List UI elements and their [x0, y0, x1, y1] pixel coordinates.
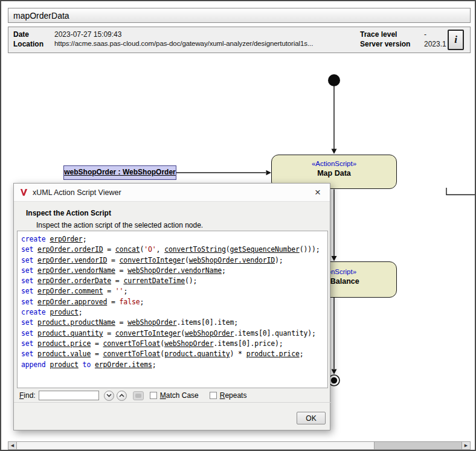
code-token: =	[103, 329, 115, 337]
code-token: set	[21, 318, 37, 327]
code-identifier-link[interactable]: erpOrder.items	[95, 360, 152, 369]
code-identifier-link[interactable]: erpOrder	[50, 235, 82, 243]
code-token: 'O'	[144, 245, 156, 254]
code-identifier-link[interactable]: product.productName	[37, 318, 115, 327]
date-label: Date	[13, 30, 29, 39]
find-next-button[interactable]	[104, 391, 114, 401]
code-identifier-link[interactable]: convertToString	[164, 245, 226, 254]
code-token: create	[21, 235, 50, 243]
dialog-heading: Inspect the Action Script	[26, 209, 111, 217]
horizontal-scrollbar[interactable]: ◀ ▶	[8, 441, 471, 450]
code-token: (	[185, 256, 189, 264]
code-identifier-link[interactable]: convertToInteger	[115, 329, 181, 337]
code-token: ;	[83, 235, 87, 243]
scrollbar-track[interactable]	[375, 441, 462, 450]
code-line: create product;	[21, 307, 324, 318]
code-identifier-link[interactable]: erpOrder.comment	[37, 287, 103, 295]
code-identifier-link[interactable]: webShopOrder	[127, 318, 176, 327]
dialog-title: xUML Action Script Viewer	[33, 188, 121, 197]
code-identifier-link[interactable]: convertToFloat	[103, 350, 161, 358]
object-node-label[interactable]: webShopOrder : WebShopOrder	[63, 165, 176, 180]
code-identifier-link[interactable]: webShopOrder.vendorID	[189, 256, 275, 264]
find-label: Find:	[19, 391, 36, 400]
info-button[interactable]: i	[448, 30, 464, 50]
scroll-right-button[interactable]: ▶	[462, 441, 471, 450]
match-case-checkbox[interactable]	[150, 392, 157, 399]
arrowhead-icon	[332, 149, 337, 155]
code-line: set product.value = convertToFloat(produ…	[21, 349, 324, 359]
highlight-matches-button[interactable]	[133, 391, 144, 400]
code-identifier-link[interactable]: convertToInteger	[120, 256, 185, 264]
code-identifier-link[interactable]: erpOrder.approved	[37, 298, 107, 306]
scrollbar-thumb[interactable]	[17, 441, 375, 450]
code-identifier-link[interactable]: webShopOrder.vendorName	[127, 266, 222, 275]
code-token: =	[91, 339, 103, 348]
server-version-label: Server version	[360, 40, 410, 48]
code-token: ;	[123, 287, 127, 295]
code-identifier-link[interactable]: erpOrder.vendorName	[37, 266, 115, 275]
code-identifier-link[interactable]: product	[50, 308, 78, 316]
code-token: .items[0].quantity);	[234, 329, 315, 337]
find-input[interactable]	[39, 391, 99, 400]
repeats-label: Repeats	[220, 391, 247, 400]
code-token: set	[21, 350, 37, 358]
code-identifier-link[interactable]: concat	[115, 245, 140, 254]
code-token: .items[0].item;	[176, 318, 238, 327]
trace-level-value: -	[424, 30, 426, 39]
chevron-down-icon	[106, 394, 112, 397]
trace-level-label: Trace level	[360, 30, 397, 39]
code-token: ;	[222, 266, 226, 275]
code-identifier-link[interactable]: erpOrder.orderID	[37, 245, 103, 254]
code-token: set	[21, 277, 37, 285]
scroll-left-button[interactable]: ◀	[8, 441, 17, 450]
code-token: .items[0].price);	[213, 339, 283, 348]
find-previous-button[interactable]	[117, 391, 127, 401]
code-token: ;	[79, 308, 83, 316]
code-identifier-link[interactable]: convertToFloat	[103, 339, 161, 348]
code-token: set	[21, 298, 37, 306]
code-identifier-link[interactable]: erpOrder.orderDate	[37, 277, 111, 285]
code-token: ()));	[300, 245, 320, 254]
code-identifier-link[interactable]: product.value	[37, 350, 91, 358]
code-identifier-link[interactable]: webShopOrder	[185, 329, 234, 337]
stereotype-label: «ActionScript»	[272, 160, 396, 167]
initial-node[interactable]	[328, 74, 340, 86]
code-token: append	[21, 360, 50, 369]
code-line: set product.quantity = convertToInteger(…	[21, 328, 324, 339]
code-identifier-link[interactable]: webShopOrder	[164, 339, 213, 348]
action-script-code[interactable]: create erpOrder;set erpOrder.orderID = c…	[17, 231, 328, 388]
code-token: ;	[152, 360, 156, 369]
code-token: ;	[300, 350, 304, 358]
code-token: ) *	[230, 350, 246, 358]
code-token: ,	[156, 245, 165, 254]
code-identifier-link[interactable]: erpOrder.vendorID	[37, 256, 107, 264]
code-token: =	[115, 318, 127, 327]
code-line: set erpOrder.orderDate = currentDateTime…	[21, 276, 324, 286]
code-token: =	[107, 298, 119, 306]
chevron-up-icon	[119, 394, 124, 397]
close-icon[interactable]: ×	[311, 187, 324, 199]
match-case-option[interactable]: Match Case	[150, 391, 199, 400]
code-token: create	[21, 308, 50, 316]
ok-button[interactable]: OK	[297, 412, 326, 424]
server-version-value: 2023.1	[424, 40, 446, 48]
code-identifier-link[interactable]: product	[50, 360, 78, 369]
code-line: append product to erpOrder.items;	[21, 360, 324, 370]
code-token: set	[21, 287, 37, 295]
code-identifier-link[interactable]: product.quantity	[164, 350, 230, 358]
arrowhead-icon	[332, 369, 337, 375]
code-identifier-link[interactable]: product.price	[37, 339, 91, 348]
code-identifier-link[interactable]: getSequenceNumber	[230, 245, 300, 254]
code-identifier-link[interactable]: product.quantity	[37, 329, 103, 337]
repeats-option[interactable]: Repeats	[210, 391, 247, 400]
code-identifier-link[interactable]: product.price	[246, 350, 300, 358]
code-token: set	[21, 266, 37, 275]
code-token: ''	[115, 287, 124, 295]
window-title: mapOrderData	[13, 11, 69, 21]
action-script-viewer-dialog: xUML Action Script Viewer × Inspect the …	[13, 183, 330, 430]
date-value: 2023-07-27 15:09:43	[54, 30, 121, 39]
repeats-checkbox[interactable]	[210, 392, 217, 399]
code-identifier-link[interactable]: currentDateTime	[123, 277, 185, 285]
scroll-right-icon: ▶	[465, 443, 468, 448]
code-line: set erpOrder.orderID = concat('O', conve…	[21, 245, 324, 255]
